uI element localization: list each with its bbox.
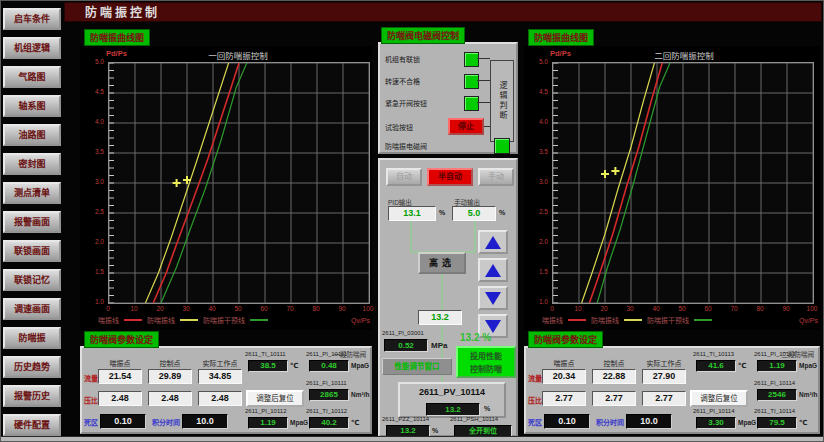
x-tick-label: 30 <box>178 305 194 312</box>
sidebar-item[interactable]: 油路图 <box>3 124 61 146</box>
high-select-button[interactable]: 高选 <box>418 252 466 274</box>
performance-window-button[interactable]: 性能调节窗口 <box>382 358 452 375</box>
manual-output-unit: % <box>499 209 505 216</box>
fi-10111-value: 2865 <box>309 389 349 401</box>
wire <box>477 80 490 81</box>
pv-10114-block: 2611_PV_10114 13.2 % <box>398 382 506 418</box>
pv-10114-tag: 2611_PV_10114 <box>400 387 504 397</box>
increase-coarse-button[interactable] <box>478 230 508 254</box>
sidebar-item[interactable]: 硬件配置 <box>3 414 61 436</box>
flow-control-field[interactable]: 29.89 <box>148 369 192 384</box>
chart-legend: 喘振线 防喘振线 防喘振干预线 Qv/Ps <box>542 315 818 325</box>
pv-10114-unit: % <box>484 405 490 412</box>
flow-actual-field[interactable]: 34.85 <box>198 369 242 384</box>
enable-performance-line2: 控制防喘 <box>458 363 514 376</box>
sidebar-item[interactable]: 防喘振 <box>3 327 61 349</box>
wire <box>477 58 490 59</box>
x-tick-label: 40 <box>204 305 220 312</box>
flow-surge-field[interactable]: 20.34 <box>542 369 586 384</box>
solenoid-valve-indicator <box>494 138 510 154</box>
sidebar-item[interactable]: 测点清单 <box>3 182 61 204</box>
legend-surge-line-swatch <box>568 319 586 321</box>
y-tick-label: 4.0 <box>524 118 548 125</box>
sidebar-item[interactable]: 历史趋势 <box>3 356 61 378</box>
x-tick-label: 50 <box>674 305 690 312</box>
control-point-header: 控制点 <box>148 358 192 368</box>
flow-actual-field[interactable]: 27.90 <box>642 369 686 384</box>
pi-10111-value: 0.48 <box>309 360 349 372</box>
sidebar-item[interactable]: 启车条件 <box>3 8 61 30</box>
test-stop-button[interactable]: 停止 <box>448 118 484 135</box>
sidebar-item[interactable]: 报警历史 <box>3 385 61 407</box>
deadband-field[interactable]: 0.10 <box>100 414 146 429</box>
legend-antisurge-line-label: 防喘振线 <box>147 315 175 325</box>
pi-03001-unit: MPa <box>431 341 447 350</box>
pi-10112-tag: 2611_PI_10112 <box>245 408 286 414</box>
flow-row-label: 流量 <box>84 373 98 383</box>
pi-10111-unit: MpaG <box>351 362 369 369</box>
right-params-tag: 防喘阀参数设定 <box>528 331 603 348</box>
legend-intervention-line-swatch <box>250 319 268 321</box>
control-point-header: 控制点 <box>592 358 636 368</box>
ratio-control-field[interactable]: 2.48 <box>148 391 192 406</box>
ratio-surge-field[interactable]: 2.77 <box>542 391 586 406</box>
sidebar-item[interactable]: 气路图 <box>3 66 61 88</box>
flow-surge-field[interactable]: 21.54 <box>98 369 142 384</box>
selected-output-display: 13.2 <box>418 310 462 325</box>
manual-output-field[interactable]: 5.0 <box>452 206 496 221</box>
ti-10114-value: 79.5 <box>757 417 797 429</box>
adjust-reset-button[interactable]: 调整后复位 <box>690 390 748 407</box>
sidebar-item[interactable]: 机组逻辑 <box>3 37 61 59</box>
solenoid-panel-tag: 防喘阀电磁阀控制 <box>381 27 465 44</box>
enable-performance-line1: 投用性能 <box>458 350 514 363</box>
interlock-indicator <box>464 52 479 67</box>
ratio-actual-field[interactable]: 2.77 <box>642 391 686 406</box>
increase-fine-button[interactable] <box>478 258 508 282</box>
sidebar-item[interactable]: 轴系图 <box>3 95 61 117</box>
y-tick-label: 1.0 <box>80 298 104 305</box>
deadband-field[interactable]: 0.10 <box>544 414 590 429</box>
pi-10114-unit: MpaG <box>738 419 756 426</box>
y-tick-label: 2.0 <box>524 238 548 245</box>
sidebar-item[interactable]: 联锁记忆 <box>3 269 61 291</box>
y-tick-label: 1.5 <box>80 268 104 275</box>
ratio-control-field[interactable]: 2.77 <box>592 391 636 406</box>
legend-intervention-line-swatch <box>694 319 712 321</box>
flow-control-field[interactable]: 22.88 <box>592 369 636 384</box>
integral-time-field[interactable]: 10.0 <box>182 414 228 429</box>
sidebar-item[interactable]: 联锁画面 <box>3 240 61 262</box>
sidebar-item[interactable]: 调速画面 <box>3 298 61 320</box>
ti-10114-tag: 2611_TI_10114 <box>754 408 795 414</box>
pi-10113-unit: MpaG <box>799 362 817 369</box>
page-title: 防喘振控制 <box>85 6 160 20</box>
down-arrow-icon <box>485 292 501 305</box>
right-params-panel: 二段防喘阀 喘振点 控制点 实际工作点 流量 20.34 22.88 27.90… <box>524 346 820 434</box>
ti-10111-unit: ℃ <box>290 362 298 370</box>
speed-fail-label: 转速不合格 <box>385 76 420 86</box>
x-tick-label: 80 <box>752 305 768 312</box>
y-tick-label: 3.5 <box>524 148 548 155</box>
integral-time-field[interactable]: 10.0 <box>626 414 672 429</box>
mode-semi-auto-button[interactable]: 半自动 <box>427 168 473 186</box>
surge-point-header: 喘振点 <box>98 358 142 368</box>
ratio-surge-field[interactable]: 2.48 <box>98 391 142 406</box>
surge-point-header: 喘振点 <box>542 358 586 368</box>
deadband-label: 死区 <box>528 417 542 427</box>
sidebar-item[interactable]: 报警画面 <box>3 211 61 233</box>
decrease-fine-button[interactable] <box>478 286 508 310</box>
ti-10112-value: 40.2 <box>309 417 349 429</box>
legend-antisurge-line-label: 防喘振线 <box>591 315 619 325</box>
enable-performance-control-button[interactable]: 投用性能 控制防喘 <box>456 346 516 378</box>
y-tick-label: 3.0 <box>80 178 104 185</box>
adjust-reset-button[interactable]: 调整后复位 <box>246 390 304 407</box>
speed-fail-indicator <box>464 74 479 89</box>
ratio-actual-field[interactable]: 2.48 <box>198 391 242 406</box>
y-tick-label: 2.5 <box>80 208 104 215</box>
fi-10114-tag: 2611_FI_10114 <box>754 380 795 386</box>
mode-manual-button[interactable]: 手动 <box>478 168 514 186</box>
sidebar-item[interactable]: 密封图 <box>3 153 61 175</box>
valve-control-panel: 自动 半自动 手动 PID输出 手动输出 13.1 % 5.0 % 高选 13.… <box>378 158 518 437</box>
mode-auto-button[interactable]: 自动 <box>386 168 422 186</box>
pid-output-field[interactable]: 13.1 <box>388 206 436 221</box>
integral-time-label: 积分时间 <box>596 417 624 427</box>
